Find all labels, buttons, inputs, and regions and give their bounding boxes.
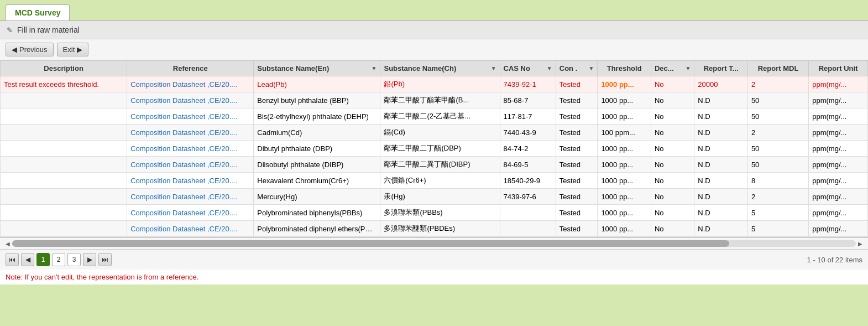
col-cas-no-label: CAS No [504, 64, 530, 73]
con-filter-icon[interactable]: ▼ [588, 65, 594, 71]
previous-button[interactable]: ◀ Previous [6, 43, 54, 56]
col-report-mdl: Report MDL [747, 61, 808, 76]
col-threshold: Threshold [598, 61, 651, 76]
page-title: Fill in raw material [17, 25, 80, 34]
col-reference-label: Reference [173, 64, 208, 73]
col-con: Con . ▼ [556, 61, 598, 76]
table-row: Composition Datasheet ,CE/20....Polybrom… [1, 221, 868, 237]
exit-button[interactable]: Exit ▶ [57, 43, 89, 56]
col-cas-no: CAS No ▼ [500, 61, 556, 76]
note-text: Note: If you can't edit, the representat… [6, 273, 198, 281]
table-row: Composition Datasheet ,CE/20....Cadmium(… [1, 125, 868, 141]
col-report-unit: Report Unit [809, 61, 868, 76]
page-header: ✎ Fill in raw material [0, 21, 868, 39]
col-report-t: Report T... [694, 61, 748, 76]
table-row: Composition Datasheet ,CE/20....Polybrom… [1, 205, 868, 221]
previous-label: Previous [19, 45, 48, 54]
col-description: Description [1, 61, 127, 76]
col-substance-en: Substance Name(En) ▼ [254, 61, 380, 76]
col-con-label: Con . [560, 64, 578, 73]
exit-label: Exit [63, 45, 75, 54]
substance-en-filter-icon[interactable]: ▼ [372, 65, 377, 71]
table-row: Composition Datasheet ,CE/20....Dibutyl … [1, 141, 868, 157]
table-row: Composition Datasheet ,CE/20....Hexavale… [1, 173, 868, 189]
page-1-button[interactable]: 1 [36, 253, 50, 266]
col-dec: Dec... ▼ [651, 61, 694, 76]
substance-ch-filter-icon[interactable]: ▼ [491, 65, 496, 71]
table-row: Test result exceeds threshold.Compositio… [1, 76, 868, 92]
first-page-button[interactable]: ⏮ [6, 253, 19, 266]
col-report-mdl-label: Report MDL [758, 64, 799, 73]
horizontal-scrollbar[interactable]: ◀ ▶ [0, 237, 868, 249]
data-table: Description Reference Substance Name(En)… [0, 60, 868, 237]
next-page-button[interactable]: ▶ [83, 253, 96, 266]
dec-filter-icon[interactable]: ▼ [685, 65, 691, 71]
col-report-t-label: Report T... [704, 64, 739, 73]
pagination-bar: ⏮ ◀ 1 2 3 ▶ ⏭ 1 - 10 of 22 items [0, 249, 868, 270]
prev-page-button[interactable]: ◀ [21, 253, 34, 266]
data-table-wrapper: Description Reference Substance Name(En)… [0, 60, 868, 237]
mcd-survey-tab[interactable]: MCD Survey [6, 4, 70, 20]
table-row: Composition Datasheet ,CE/20....Diisobut… [1, 157, 868, 173]
col-threshold-label: Threshold [607, 64, 642, 73]
col-reference: Reference [127, 61, 254, 76]
arrow-right-icon: ▶ [77, 45, 82, 54]
col-substance-en-label: Substance Name(En) [257, 64, 329, 73]
scrollbar-track[interactable] [12, 240, 856, 247]
scroll-left-button[interactable]: ◀ [6, 241, 10, 247]
scrollbar-thumb[interactable] [12, 240, 729, 247]
col-substance-ch-label: Substance Name(Ch) [384, 64, 456, 73]
table-header-row: Description Reference Substance Name(En)… [1, 61, 868, 76]
last-page-button[interactable]: ⏭ [98, 253, 112, 266]
col-substance-ch: Substance Name(Ch) ▼ [380, 61, 500, 76]
col-dec-label: Dec... [655, 64, 674, 73]
scroll-right-button[interactable]: ▶ [858, 241, 862, 247]
edit-icon: ✎ [7, 26, 13, 34]
toolbar: ◀ Previous Exit ▶ [0, 39, 868, 60]
page-2-button[interactable]: 2 [52, 253, 65, 266]
table-row: Composition Datasheet ,CE/20....Bis(2-et… [1, 108, 868, 125]
page-info: 1 - 10 of 22 items [807, 256, 862, 264]
table-row: Composition Datasheet ,CE/20....Benzyl b… [1, 92, 868, 108]
arrow-left-icon: ◀ [12, 45, 17, 54]
page-3-button[interactable]: 3 [67, 253, 81, 266]
col-description-label: Description [44, 64, 83, 73]
col-report-unit-label: Report Unit [819, 64, 858, 73]
cas-no-filter-icon[interactable]: ▼ [547, 65, 552, 71]
table-row: Composition Datasheet ,CE/20....Mercury(… [1, 189, 868, 205]
note-bar: Note: If you can't edit, the representat… [0, 270, 868, 284]
